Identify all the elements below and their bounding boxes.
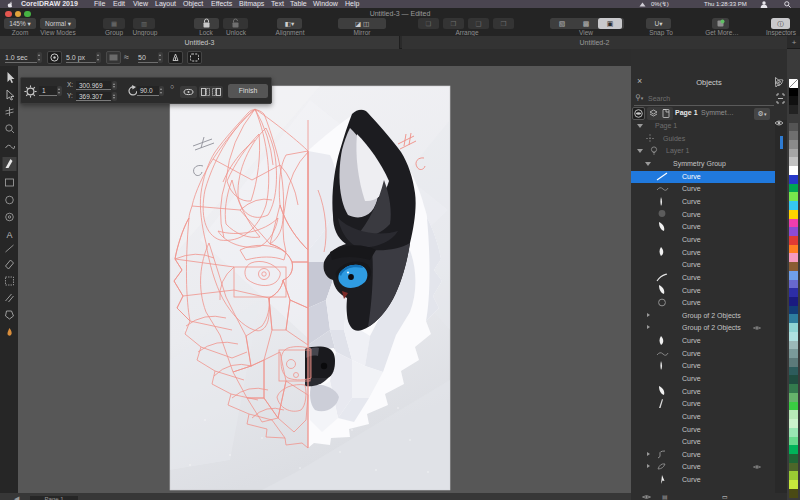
svg-text:A: A bbox=[6, 230, 12, 240]
